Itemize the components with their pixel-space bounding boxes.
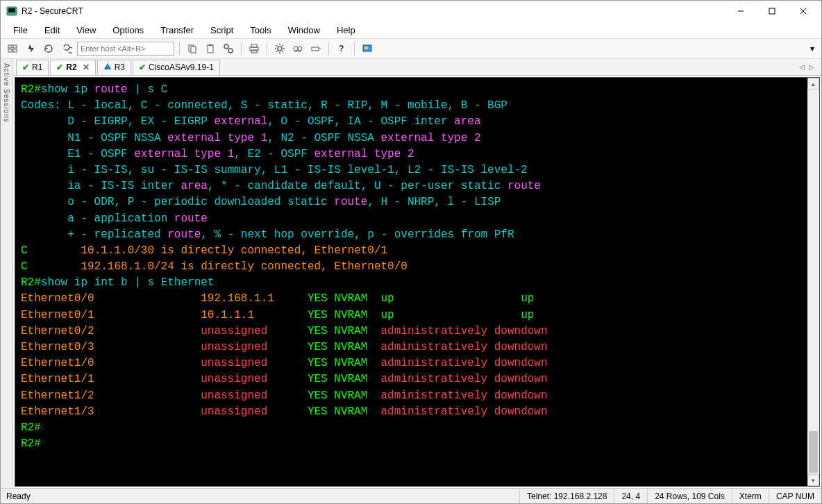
reconnect-icon[interactable] <box>41 41 56 56</box>
tab-label: R2 <box>66 62 76 72</box>
tab-nav: ◁ ▷ <box>799 63 819 71</box>
svg-line-27 <box>283 45 284 47</box>
svg-rect-1 <box>8 8 15 12</box>
menu-edit[interactable]: Edit <box>37 24 67 37</box>
tab-label: CiscoASAv9.19-1 <box>149 62 214 72</box>
status-caps: CAP NUM <box>769 489 821 503</box>
status-ready: Ready <box>1 492 31 501</box>
key-icon[interactable] <box>308 41 324 56</box>
menu-options[interactable]: Options <box>106 24 151 37</box>
status-cursor: 24, 4 <box>614 489 647 503</box>
svg-rect-6 <box>8 45 12 48</box>
tab-r2[interactable]: ✔R2✕ <box>50 60 95 75</box>
separator <box>267 42 267 56</box>
terminal[interactable]: R2#show ip route | s C Codes: L - local,… <box>15 78 807 486</box>
toolbar: ? ▾ <box>1 38 821 59</box>
menu-transfer[interactable]: Transfer <box>153 24 201 37</box>
title-bar: R2 - SecureCRT <box>1 1 821 22</box>
separator <box>241 42 242 56</box>
svg-rect-8 <box>8 49 12 52</box>
check-icon: ✔ <box>22 62 29 72</box>
check-icon: ✔ <box>56 62 63 72</box>
maximize-button[interactable] <box>756 1 787 22</box>
tab-r1[interactable]: ✔R1 <box>16 60 49 75</box>
svg-rect-31 <box>312 47 319 51</box>
paste-icon[interactable] <box>203 41 218 56</box>
check-icon: ✔ <box>139 62 146 72</box>
host-input[interactable] <box>77 42 174 56</box>
menu-tools[interactable]: Tools <box>243 24 278 37</box>
svg-point-29 <box>298 47 302 51</box>
svg-rect-3 <box>769 8 775 14</box>
sidebar-label: Active Sessions <box>3 63 10 123</box>
sessions-sidebar-tab[interactable]: Active Sessions <box>1 59 13 488</box>
tab-r3[interactable]: !R3 <box>97 60 131 75</box>
window-controls <box>725 1 819 22</box>
svg-point-14 <box>224 44 228 49</box>
svg-line-24 <box>276 45 278 47</box>
svg-text:!: ! <box>107 65 108 69</box>
menu-script[interactable]: Script <box>203 24 240 37</box>
tab-label: R3 <box>115 62 125 72</box>
scroll-down-icon[interactable]: ▾ <box>807 474 819 486</box>
svg-line-25 <box>283 51 284 53</box>
svg-point-28 <box>294 47 298 51</box>
tab-next-icon[interactable]: ▷ <box>809 63 814 71</box>
svg-rect-11 <box>191 47 196 53</box>
svg-rect-7 <box>13 45 17 48</box>
svg-rect-12 <box>208 45 213 53</box>
separator <box>354 42 355 56</box>
main-area: Active Sessions ✔R1 ✔R2✕ !R3 ✔CiscoASAv9… <box>1 59 821 488</box>
svg-rect-13 <box>209 44 212 46</box>
window-title: R2 - SecureCRT <box>22 6 725 16</box>
tab-strip: ✔R1 ✔R2✕ !R3 ✔CiscoASAv9.19-1 ◁ ▷ <box>13 59 821 76</box>
copy-icon[interactable] <box>185 41 200 56</box>
svg-point-19 <box>278 47 282 51</box>
separator <box>328 42 329 56</box>
scrollbar[interactable]: ▴ ▾ <box>807 78 819 486</box>
tab-label: R1 <box>32 62 42 72</box>
print-icon[interactable] <box>246 41 262 56</box>
svg-rect-16 <box>251 44 257 47</box>
sessions-icon[interactable] <box>5 41 20 56</box>
minimize-button[interactable] <box>725 1 756 22</box>
tab-close-icon[interactable]: ✕ <box>83 62 90 72</box>
toolbar-dropdown-icon[interactable]: ▾ <box>807 41 817 56</box>
menu-bar: File Edit View Options Transfer Script T… <box>1 22 821 38</box>
svg-point-15 <box>228 49 233 53</box>
warn-icon: ! <box>103 62 112 73</box>
find-icon[interactable] <box>221 41 236 56</box>
menu-view[interactable]: View <box>69 24 103 37</box>
scroll-track[interactable] <box>807 90 819 474</box>
svg-text:?: ? <box>339 44 344 53</box>
app-icon <box>6 6 17 17</box>
close-button[interactable] <box>787 1 819 22</box>
menu-file[interactable]: File <box>6 24 35 37</box>
reconnect-all-icon[interactable] <box>59 41 74 56</box>
settings-icon[interactable] <box>272 41 287 56</box>
menu-help[interactable]: Help <box>330 24 362 37</box>
tape-icon[interactable] <box>290 41 305 56</box>
tab-prev-icon[interactable]: ◁ <box>799 63 805 71</box>
quick-connect-icon[interactable] <box>23 41 38 56</box>
separator <box>179 42 180 56</box>
screen-icon[interactable] <box>360 41 375 56</box>
svg-rect-9 <box>13 49 17 52</box>
scroll-thumb[interactable] <box>809 431 818 473</box>
menu-window[interactable]: Window <box>281 24 327 37</box>
tab-asa[interactable]: ✔CiscoASAv9.19-1 <box>133 60 220 75</box>
terminal-wrap: R2#show ip route | s C Codes: L - local,… <box>15 77 820 487</box>
help-icon[interactable]: ? <box>334 41 349 56</box>
status-connection: Telnet: 192.168.2.128 <box>519 489 614 503</box>
svg-line-26 <box>276 51 278 53</box>
status-term: Xterm <box>732 489 769 503</box>
status-bar: Ready Telnet: 192.168.2.128 24, 4 24 Row… <box>1 488 821 503</box>
status-size: 24 Rows, 109 Cols <box>647 489 732 503</box>
scroll-up-icon[interactable]: ▴ <box>807 78 819 90</box>
svg-rect-35 <box>364 47 368 49</box>
